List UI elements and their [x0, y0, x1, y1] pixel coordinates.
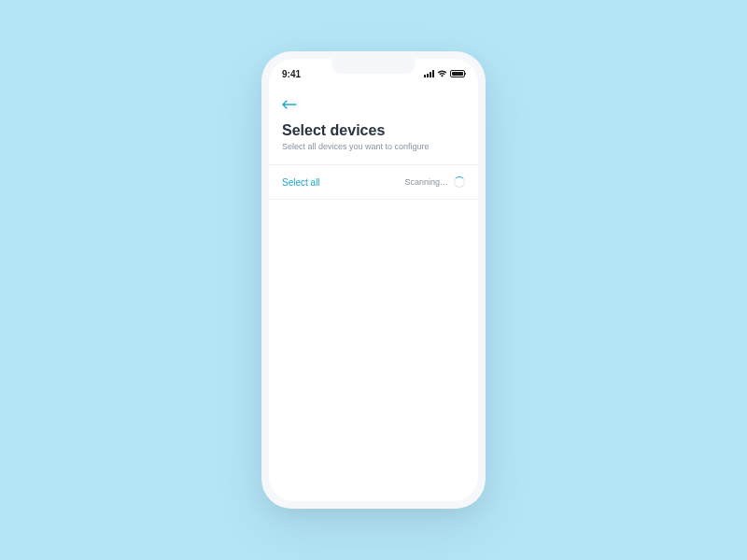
select-all-button[interactable]: Select all [282, 177, 320, 188]
battery-icon [450, 70, 465, 77]
divider [269, 199, 478, 200]
page-title: Select devices [282, 122, 465, 139]
content-area: Select devices Select all devices you wa… [269, 85, 478, 200]
back-button[interactable] [282, 92, 297, 117]
page-subtitle: Select all devices you want to configure [282, 142, 465, 151]
wifi-icon [437, 70, 447, 77]
arrow-left-icon [282, 96, 297, 113]
phone-screen: 9:41 [269, 59, 478, 501]
action-row: Select all Scanning… [282, 165, 465, 199]
scanning-status: Scanning… [404, 176, 465, 188]
scanning-label: Scanning… [404, 177, 448, 187]
phone-notch [331, 59, 416, 74]
phone-frame: 9:41 [261, 51, 486, 509]
status-icons [424, 70, 465, 77]
spinner-icon [454, 176, 465, 188]
status-time: 9:41 [282, 69, 301, 79]
cellular-signal-icon [424, 70, 434, 77]
